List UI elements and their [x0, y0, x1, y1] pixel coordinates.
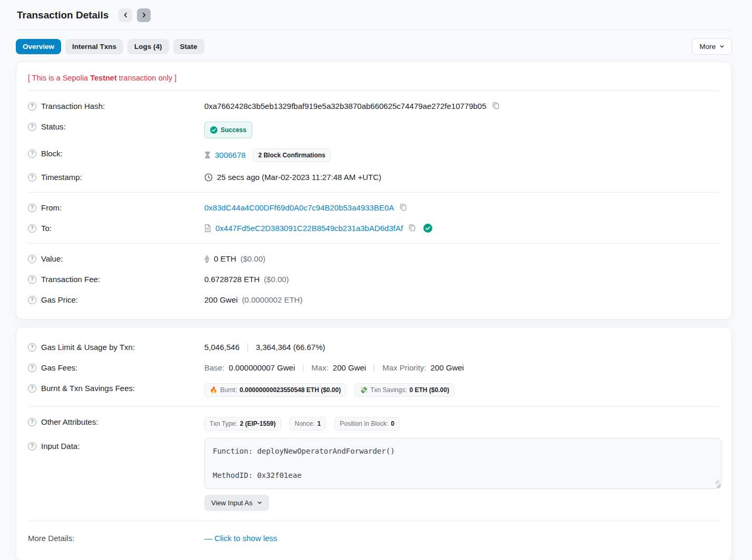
divider — [374, 364, 374, 372]
input-data-label: Input Data: — [41, 441, 80, 452]
from-address-link[interactable]: 0x83dC44a4C00DFf69d0A0c7c94B20b53a4933BE… — [204, 203, 394, 213]
row-timestamp: ? Timestamp: 25 secs ago (Mar-02-2023 11… — [28, 167, 720, 187]
row-gas-price: ? Gas Price: 200 Gwei (0.0000002 ETH) — [28, 289, 720, 310]
verified-check-icon — [423, 224, 432, 233]
banner-text: [ This is a Sepolia — [28, 74, 90, 82]
more-details-label: More Details: — [28, 533, 74, 544]
position-in-block-badge: Position In Block: 0 — [334, 417, 400, 431]
block-confirmations-text: 2 Block Confirmations — [258, 152, 325, 159]
input-data-box[interactable]: Function: deployNewOperatorAndForwarder(… — [204, 438, 721, 489]
help-icon[interactable]: ? — [28, 149, 36, 158]
help-icon[interactable]: ? — [28, 384, 36, 393]
divider — [248, 344, 248, 351]
status-badge: Success — [204, 122, 252, 138]
copy-to-address-button[interactable] — [407, 224, 417, 233]
input-data-methodid-line: MethodID: 0x32f01eae — [213, 470, 713, 481]
row-status: ? Status: Success — [28, 116, 720, 143]
txn-savings-value: 0 ETH ($0.00) — [410, 386, 449, 394]
help-icon[interactable]: ? — [28, 442, 36, 451]
copy-icon — [399, 203, 407, 213]
tabs-row: Overview Internal Txns Logs (4) State Mo… — [16, 38, 732, 55]
view-input-as-button[interactable]: View Input As — [204, 495, 269, 511]
base-fee-label: Base: — [204, 363, 224, 373]
max-fee-label: Max: — [311, 363, 329, 373]
group-attributes-input: ? Other Attributes: Txn Type: 2 (EIP-155… — [28, 406, 720, 521]
resize-handle-icon[interactable] — [715, 476, 719, 487]
help-icon[interactable]: ? — [28, 255, 36, 263]
block-confirmations-badge: 2 Block Confirmations — [253, 148, 330, 162]
page-title: Transaction Details — [17, 9, 108, 21]
gas-usage-value: 3,364,364 (66.67%) — [256, 342, 325, 353]
show-less-link[interactable]: — Click to show less — [204, 533, 277, 544]
help-icon[interactable]: ? — [28, 275, 36, 284]
tab-internal-txns[interactable]: Internal Txns — [65, 39, 123, 54]
help-icon[interactable]: ? — [28, 364, 36, 372]
copy-icon — [408, 224, 416, 233]
next-transaction-button[interactable] — [137, 8, 151, 22]
position-in-block-label: Position In Block: — [340, 420, 388, 427]
check-circle-icon — [210, 126, 217, 134]
gas-fees-label: Gas Fees: — [41, 363, 77, 373]
divider — [303, 364, 303, 372]
position-in-block-value: 0 — [391, 420, 394, 427]
row-from: ? From: 0x83dC44a4C00DFf69d0A0c7c94B20b5… — [28, 197, 720, 218]
status-label: Status: — [41, 122, 66, 132]
help-icon[interactable]: ? — [28, 224, 36, 233]
burnt-fee-value: 0.00000000023550548 ETH ($0.00) — [240, 386, 341, 394]
tab-logs[interactable]: Logs (4) — [127, 39, 169, 54]
chevron-down-icon — [719, 43, 725, 51]
help-icon[interactable]: ? — [28, 102, 36, 111]
input-data-function-line: Function: deployNewOperatorAndForwarder(… — [213, 446, 713, 456]
group-from-to: ? From: 0x83dC44a4C00DFf69d0A0c7c94B20b5… — [28, 192, 720, 243]
row-input-data: ? Input Data: Function: deployNewOperato… — [28, 437, 720, 516]
help-icon[interactable]: ? — [28, 418, 36, 426]
row-more-details: More Details: — Click to show less — [28, 526, 720, 551]
tab-overview[interactable]: Overview — [16, 39, 61, 54]
to-label: To: — [41, 223, 52, 234]
help-icon[interactable]: ? — [28, 123, 36, 131]
value-label: Value: — [41, 254, 63, 264]
max-priority-fee-label: Max Priority: — [382, 363, 426, 373]
timestamp-label: Timestamp: — [41, 172, 82, 183]
max-fee-value: 200 Gwei — [333, 363, 366, 373]
timestamp-value: 25 secs ago (Mar-02-2023 11:27:48 AM +UT… — [217, 172, 381, 183]
copy-hash-button[interactable] — [491, 102, 501, 111]
burnt-fee-label: Burnt: — [220, 386, 237, 394]
copy-icon — [492, 102, 500, 111]
gas-limit-label: Gas Limit & Usage by Txn: — [41, 342, 135, 353]
value-usd: ($0.00) — [241, 254, 266, 264]
help-icon[interactable]: ? — [28, 343, 36, 352]
nonce-badge: Nonce: 1 — [290, 417, 326, 431]
row-other-attributes: ? Other Attributes: Txn Type: 2 (EIP-155… — [28, 412, 720, 437]
help-icon[interactable]: ? — [28, 296, 36, 304]
nonce-value: 1 — [318, 420, 321, 427]
more-button-label: More — [699, 43, 716, 51]
previous-transaction-button[interactable] — [118, 8, 132, 22]
help-icon[interactable]: ? — [28, 173, 36, 182]
from-label: From: — [41, 203, 62, 213]
tab-state[interactable]: State — [173, 39, 204, 54]
row-burnt-savings: ? Burnt & Txn Savings Fees: 🔥 Burnt: 0.0… — [28, 378, 720, 402]
chevron-down-icon — [257, 499, 262, 507]
group-gas: ? Gas Limit & Usage by Txn: 5,046,546 3,… — [28, 332, 720, 406]
block-number-link[interactable]: 3006678 — [215, 150, 245, 161]
more-button[interactable]: More — [692, 38, 732, 55]
copy-from-address-button[interactable] — [398, 203, 408, 213]
row-gas-fees: ? Gas Fees: Base: 0.000000007 Gwei Max: … — [28, 357, 720, 378]
gas-price-amount: 200 Gwei — [204, 295, 238, 305]
nonce-label: Nonce: — [295, 420, 315, 427]
group-more-details: More Details: — Click to show less — [28, 521, 720, 556]
chevron-right-icon — [141, 12, 147, 19]
gas-limit-value: 5,046,546 — [204, 342, 240, 353]
testnet-banner: [ This is a Sepolia Testnet transaction … — [28, 65, 720, 91]
banner-text-end: transaction only ] — [117, 74, 177, 82]
base-fee-value: 0.000000007 Gwei — [229, 363, 295, 373]
block-label: Block: — [41, 148, 63, 159]
to-address-link[interactable]: 0x447Fd5eC2D383091C22B8549cb231a3bAD6d3f… — [215, 223, 403, 234]
tab-list: Overview Internal Txns Logs (4) State — [16, 39, 204, 54]
row-to: ? To: 0x447Fd5eC2D383091C22B8549cb231a3b… — [28, 218, 720, 238]
txn-savings-label: Txn Savings: — [370, 386, 407, 394]
help-icon[interactable]: ? — [28, 204, 36, 212]
status-badge-text: Success — [221, 125, 246, 135]
transaction-hash-label: Transaction Hash: — [41, 101, 105, 112]
